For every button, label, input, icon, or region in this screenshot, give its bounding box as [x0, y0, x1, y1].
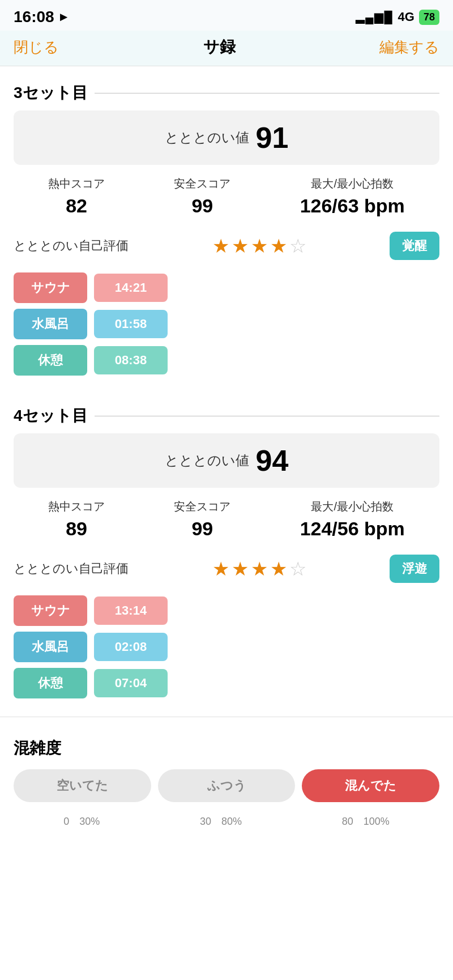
set4-title: 4セット目 — [14, 405, 88, 427]
network-label: 4G — [398, 10, 414, 24]
set4-stats: 熱中スコア 89 安全スコア 99 最大/最小心拍数 124/56 bpm — [0, 488, 453, 551]
set4-score-label: とととのい値 — [165, 451, 249, 470]
set3-star-3[interactable]: ★ — [251, 235, 268, 257]
set3-score-label: とととのい値 — [165, 129, 249, 147]
set4-safety-label: 安全スコア — [174, 499, 230, 514]
set4-divider — [95, 416, 439, 416]
set4-star-2[interactable]: ★ — [232, 557, 249, 580]
set3-water-tag: 水風呂 — [14, 309, 87, 339]
nav-title: サ録 — [203, 36, 236, 58]
set4-score-card: とととのい値 94 — [14, 433, 439, 488]
status-bar: 16:08 ► ▂▄▆█ 4G 78 — [0, 0, 453, 31]
main-divider — [0, 717, 453, 717]
set4-badge-button[interactable]: 浮遊 — [390, 555, 439, 583]
set4-water-tag: 水風呂 — [14, 632, 87, 662]
set4-bpm-value: 124/56 bpm — [300, 518, 405, 540]
set3-stats: 熱中スコア 82 安全スコア 99 最大/最小心拍数 126/63 bpm — [0, 165, 453, 228]
set3-star-1[interactable]: ★ — [212, 235, 229, 257]
set3-activity-tags: サウナ 14:21 水風呂 01:58 休憩 08:38 — [0, 270, 453, 389]
set3-title: 3セット目 — [14, 82, 88, 104]
congestion-normal-button[interactable]: ふつう — [158, 769, 296, 802]
set4-heat-label: 熱中スコア — [48, 499, 105, 514]
location-icon: ► — [58, 10, 70, 24]
set3-rest-row: 休憩 08:38 — [14, 345, 439, 376]
battery-value: 78 — [424, 11, 435, 23]
set4-rest-tag: 休憩 — [14, 668, 87, 698]
set3-bpm-label: 最大/最小心拍数 — [311, 176, 394, 191]
set3-water-time: 01:58 — [94, 310, 168, 338]
set4-bpm: 最大/最小心拍数 124/56 bpm — [300, 499, 405, 540]
set4-self-rating-label: とととのい自己評価 — [14, 560, 129, 577]
set3-score-value: 91 — [256, 121, 289, 155]
set3-sauna-time: 14:21 — [94, 274, 168, 302]
set3-stars[interactable]: ★ ★ ★ ★ ☆ — [212, 235, 306, 257]
set3-self-rating-row: とととのい自己評価 ★ ★ ★ ★ ☆ 覚醒 — [0, 228, 453, 270]
congestion-section: 混雑度 空いてた ふつう 混んでた — [0, 722, 453, 811]
set4-water-row: 水風呂 02:08 — [14, 632, 439, 662]
close-button[interactable]: 閉じる — [14, 37, 59, 57]
set3-heat-value: 82 — [66, 195, 87, 217]
set4-heat: 熱中スコア 89 — [48, 499, 105, 540]
set4-safety: 安全スコア 99 — [174, 499, 230, 540]
status-right: ▂▄▆█ 4G 78 — [356, 10, 439, 25]
set4-star-1[interactable]: ★ — [212, 557, 229, 580]
battery-badge: 78 — [419, 10, 439, 25]
set4-star-4[interactable]: ★ — [270, 557, 287, 580]
set4-star-5[interactable]: ☆ — [289, 557, 306, 580]
set3-badge-button[interactable]: 覚醒 — [390, 232, 439, 260]
set3-rest-tag: 休憩 — [14, 345, 87, 376]
set3-safety-value: 99 — [191, 195, 213, 217]
set4-rest-row: 休憩 07:04 — [14, 668, 439, 698]
set4-stars[interactable]: ★ ★ ★ ★ ☆ — [212, 557, 306, 580]
congestion-buttons: 空いてた ふつう 混んでた — [14, 769, 439, 802]
set3-self-rating-label: とととのい自己評価 — [14, 237, 129, 254]
set3-bpm-value: 126/63 bpm — [300, 195, 405, 217]
set3-sauna-row: サウナ 14:21 — [14, 272, 439, 303]
set3-sauna-tag: サウナ — [14, 272, 87, 303]
set4-rest-time: 07:04 — [94, 669, 168, 697]
set4-sauna-time: 13:14 — [94, 596, 168, 625]
time-display: 16:08 — [14, 8, 54, 26]
set3-heat-label: 熱中スコア — [48, 176, 105, 191]
set4-water-time: 02:08 — [94, 633, 168, 661]
set4-safety-value: 99 — [191, 518, 213, 540]
set3-bpm: 最大/最小心拍数 126/63 bpm — [300, 176, 405, 217]
set4-score-value: 94 — [256, 444, 289, 478]
set3-star-5[interactable]: ☆ — [289, 235, 306, 257]
set3-score-card: とととのい値 91 — [14, 110, 439, 165]
congestion-empty-button[interactable]: 空いてた — [14, 769, 151, 802]
edit-button[interactable]: 編集する — [379, 37, 439, 57]
set4-bpm-label: 最大/最小心拍数 — [311, 499, 394, 514]
set3-star-2[interactable]: ★ — [232, 235, 249, 257]
congestion-busy-button[interactable]: 混んでた — [302, 769, 439, 802]
set4-sauna-tag: サウナ — [14, 595, 87, 626]
set3-safety-label: 安全スコア — [174, 176, 230, 191]
set3-water-row: 水風呂 01:58 — [14, 309, 439, 339]
set3-rest-time: 08:38 — [94, 346, 168, 374]
range-label-2: 80 100% — [342, 815, 390, 828]
congestion-range-labels: 0 30% 30 80% 80 100% — [0, 811, 453, 842]
range-label-1: 30 80% — [200, 815, 242, 828]
range-label-0: 0 30% — [63, 815, 100, 828]
set4-self-rating-row: とととのい自己評価 ★ ★ ★ ★ ☆ 浮遊 — [0, 551, 453, 593]
status-time: 16:08 ► — [14, 8, 70, 26]
set4-heat-value: 89 — [66, 518, 87, 540]
set3-heat: 熱中スコア 82 — [48, 176, 105, 217]
nav-bar: 閉じる サ録 編集する — [0, 31, 453, 66]
set3-safety: 安全スコア 99 — [174, 176, 230, 217]
set3-star-4[interactable]: ★ — [270, 235, 287, 257]
set3-header: 3セット目 — [0, 66, 453, 110]
set4-header: 4セット目 — [0, 389, 453, 433]
set4-sauna-row: サウナ 13:14 — [14, 595, 439, 626]
set4-star-3[interactable]: ★ — [251, 557, 268, 580]
signal-icon: ▂▄▆█ — [356, 10, 393, 24]
set3-divider — [95, 93, 439, 93]
congestion-title: 混雑度 — [14, 738, 439, 759]
set4-activity-tags: サウナ 13:14 水風呂 02:08 休憩 07:04 — [0, 593, 453, 712]
